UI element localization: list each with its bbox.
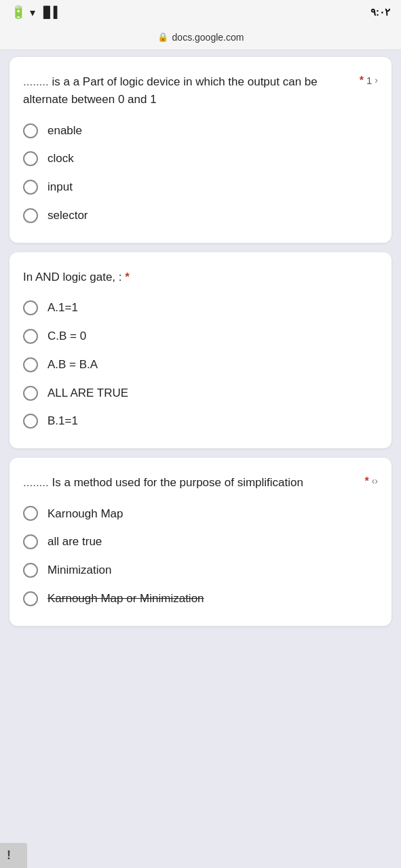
url-text: docs.google.com (172, 32, 244, 43)
required-star-1: * (360, 75, 364, 87)
option-item-q3-3[interactable]: Minimization (23, 562, 378, 578)
status-bar: 🔋 ▾ ▐▌▌ ٩:٠٢ (0, 0, 401, 24)
option-item-q2-5[interactable]: B.1=1 (23, 413, 378, 429)
option-item-q1-2[interactable]: clock (23, 151, 378, 167)
option-item-q2-4[interactable]: ALL ARE TRUE (23, 385, 378, 401)
question-text-3: ........ Is a method used for the purpos… (23, 474, 364, 492)
option-item-q2-2[interactable]: C.B = 0 (23, 328, 378, 344)
question-text-2: In AND logic gate, : * (23, 269, 378, 286)
radio-q2-2[interactable] (23, 329, 38, 344)
exclamation-icon: ! (7, 848, 11, 862)
option-label-q2-1: A.1=1 (47, 300, 78, 316)
radio-q1-4[interactable] (23, 208, 38, 223)
question-label-2: In AND logic gate, : (23, 271, 125, 283)
radio-q2-1[interactable] (23, 300, 38, 315)
option-item-q3-1[interactable]: Karnough Map (23, 506, 378, 522)
option-label-q2-2: C.B = 0 (47, 328, 86, 344)
battery-icon: 🔋 (11, 5, 26, 20)
option-item-q1-4[interactable]: selector (23, 208, 378, 224)
question-dots-3: ........ (23, 476, 52, 489)
question-body-3: Is a method used for the purpose of simp… (52, 476, 303, 489)
arrow-icon-1: › (375, 75, 378, 85)
question-card-1: ........ is a a Part of logic device in … (9, 57, 392, 243)
options-list-3: Karnough Map all are true Minimization K… (23, 506, 378, 607)
option-item-q2-1[interactable]: A.1=1 (23, 300, 378, 316)
options-list-1: enable clock input selector (23, 123, 378, 224)
option-label-q2-3: A.B = B.A (47, 357, 98, 373)
question-header-3: ........ Is a method used for the purpos… (23, 474, 378, 492)
option-item-q1-1[interactable]: enable (23, 123, 378, 139)
question-card-2: In AND logic gate, : * A.1=1 C.B = 0 A.B… (9, 252, 392, 448)
radio-q1-1[interactable] (23, 123, 38, 138)
radio-q2-5[interactable] (23, 414, 38, 429)
address-bar: 🔒 docs.google.com (0, 24, 401, 50)
arrow-icon-3: ‹› (372, 475, 378, 486)
required-badge-1: * 1 › (360, 75, 378, 87)
question-body-1: is a a Part of logic device in which the… (23, 75, 318, 106)
option-label-q3-1: Karnough Map (47, 506, 123, 522)
content-area: ........ is a a Part of logic device in … (0, 50, 401, 639)
options-list-2: A.1=1 C.B = 0 A.B = B.A ALL ARE TRUE B.1… (23, 300, 378, 429)
radio-q2-3[interactable] (23, 357, 38, 372)
option-label-q2-5: B.1=1 (47, 413, 78, 429)
required-badge-3: * ‹› (364, 475, 378, 488)
page-num-1: 1 (366, 75, 372, 86)
radio-q2-4[interactable] (23, 386, 38, 401)
radio-q1-3[interactable] (23, 180, 38, 195)
option-label-q1-4: selector (47, 208, 88, 224)
wifi-icon: ▾ (30, 6, 35, 19)
option-label-q3-3: Minimization (47, 562, 111, 578)
option-item-q1-3[interactable]: input (23, 179, 378, 195)
option-label-q1-3: input (47, 179, 73, 195)
radio-q3-1[interactable] (23, 506, 38, 521)
question-header-2: In AND logic gate, : * (23, 269, 378, 286)
radio-q1-2[interactable] (23, 151, 38, 166)
question-header-1: ........ is a a Part of logic device in … (23, 73, 378, 109)
signal-icon: ▐▌▌ (39, 6, 60, 18)
required-star-2: * (125, 271, 130, 283)
option-label-q3-2: all are true (47, 534, 102, 550)
option-label-q1-2: clock (47, 151, 74, 167)
option-item-q3-2[interactable]: all are true (23, 534, 378, 550)
question-text-1: ........ is a a Part of logic device in … (23, 73, 360, 109)
bottom-bar[interactable]: ! (0, 843, 27, 868)
required-star-3: * (364, 475, 368, 488)
status-left: 🔋 ▾ ▐▌▌ (11, 5, 60, 20)
radio-q3-3[interactable] (23, 563, 38, 578)
status-time: ٩:٠٢ (370, 6, 390, 18)
option-item-q3-4[interactable]: Karnough Map or Minimization (23, 591, 378, 607)
lock-icon: 🔒 (157, 32, 168, 42)
option-label-q1-1: enable (47, 123, 82, 139)
radio-q3-4[interactable] (23, 591, 38, 606)
radio-q3-2[interactable] (23, 534, 38, 549)
option-label-q2-4: ALL ARE TRUE (47, 385, 128, 401)
option-label-q3-4: Karnough Map or Minimization (47, 591, 204, 607)
question-card-3: ........ Is a method used for the purpos… (9, 458, 392, 626)
option-item-q2-3[interactable]: A.B = B.A (23, 357, 378, 373)
question-dots-1: ........ (23, 75, 52, 88)
